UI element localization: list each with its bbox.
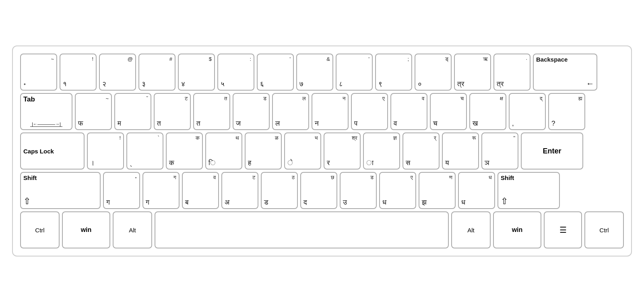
keyboard-row-5: Ctrl win Alt Alt win ☰ Ctrl: [20, 211, 624, 248]
key-3[interactable]: # ३: [138, 54, 175, 91]
key-enter[interactable]: Enter: [521, 132, 583, 170]
key-6[interactable]: ' ६: [257, 54, 294, 91]
key-e[interactable]: ट त: [154, 93, 191, 130]
key-8[interactable]: ' ८: [336, 54, 373, 91]
key-c[interactable]: व ब: [182, 172, 219, 209]
key-quote[interactable]: " ञ: [481, 132, 518, 170]
key-b[interactable]: ठ ड: [261, 172, 298, 209]
key-ctrl-left[interactable]: Ctrl: [20, 211, 60, 248]
key-j[interactable]: श्र र: [324, 132, 361, 170]
key-t[interactable]: ड ज: [233, 93, 270, 130]
key-menu[interactable]: ☰: [544, 211, 582, 248]
key-f[interactable]: थ ि: [205, 132, 242, 170]
key-alt-right[interactable]: Alt: [451, 211, 491, 248]
key-alt-left[interactable]: Alt: [113, 211, 152, 248]
key-tilde[interactable]: ~ ॰: [20, 54, 57, 91]
key-period[interactable]: ण झ: [419, 172, 456, 209]
key-shift-right[interactable]: Shift ⇧: [497, 172, 560, 209]
key-tab[interactable]: Tab |←————→|: [20, 93, 72, 130]
key-backslash[interactable]: ह्य ?: [548, 93, 585, 130]
keyboard-row-3: Caps Lock ! । ˋ ˎ क क थ ि ळ ह भ े श्र र: [20, 132, 624, 170]
key-comma[interactable]: ए ध: [379, 172, 416, 209]
key-0[interactable]: ड् ०: [415, 54, 452, 91]
key-x[interactable]: ग ग: [142, 172, 180, 209]
keyboard-row-4: Shift ⇧ ॰ ग ग ग व ब ट अ ठ ड छ द ड उ: [20, 172, 624, 209]
key-m[interactable]: ड उ: [340, 172, 377, 209]
key-a[interactable]: ! ।: [87, 132, 124, 170]
key-minus[interactable]: ऋ त्र: [454, 54, 491, 91]
key-slash[interactable]: ध ध: [458, 172, 495, 209]
key-shift-left[interactable]: Shift ⇧: [20, 172, 101, 209]
key-h[interactable]: भ े: [284, 132, 321, 170]
key-ctrl-right[interactable]: Ctrl: [584, 211, 624, 248]
key-semicolon[interactable]: रू य: [442, 132, 479, 170]
keyboard-row-2: Tab |←————→| ~ फ ˘ म ट त त त ड ज ल ल: [20, 93, 624, 130]
key-k[interactable]: ज्ञ ा: [363, 132, 400, 170]
key-q[interactable]: ~ फ: [75, 93, 112, 130]
key-g[interactable]: ळ ह: [245, 132, 282, 170]
key-backspace[interactable]: Backspace ←: [533, 54, 597, 91]
key-p[interactable]: च च: [430, 93, 467, 130]
key-4[interactable]: $ ४: [178, 54, 215, 91]
key-y[interactable]: ल ल: [272, 93, 309, 130]
key-1[interactable]: ! १: [60, 54, 97, 91]
key-space[interactable]: [155, 211, 449, 248]
key-v[interactable]: ट अ: [221, 172, 258, 209]
key-capslock[interactable]: Caps Lock: [20, 132, 85, 170]
key-7[interactable]: & ७: [296, 54, 333, 91]
key-bracket-left[interactable]: क्ष ख: [469, 93, 506, 130]
key-d[interactable]: क क: [166, 132, 203, 170]
key-i[interactable]: ए प: [351, 93, 388, 130]
key-w[interactable]: ˘ म: [114, 93, 151, 130]
key-u[interactable]: न न: [312, 93, 349, 130]
key-9[interactable]: ; ९: [375, 54, 412, 91]
key-z[interactable]: ॰ ग: [103, 172, 140, 209]
key-n[interactable]: छ द: [300, 172, 337, 209]
key-win-left[interactable]: win: [62, 211, 110, 248]
keyboard-row-1: ~ ॰ ! १ @ २ # ३ $ ४ : ५ ' ६ & ७: [20, 54, 624, 91]
key-o[interactable]: व व: [390, 93, 427, 130]
key-5[interactable]: : ५: [217, 54, 254, 91]
key-equals[interactable]: · त्र: [493, 54, 530, 91]
key-s[interactable]: ˋ ˎ: [126, 132, 163, 170]
key-2[interactable]: @ २: [99, 54, 136, 91]
keyboard: ~ ॰ ! १ @ २ # ३ $ ४ : ५ ' ६ & ७: [12, 46, 632, 256]
key-l[interactable]: र् स: [402, 132, 440, 170]
key-win-right[interactable]: win: [493, 211, 541, 248]
key-bracket-right[interactable]: द् ,: [509, 93, 546, 130]
key-r[interactable]: त त: [193, 93, 230, 130]
